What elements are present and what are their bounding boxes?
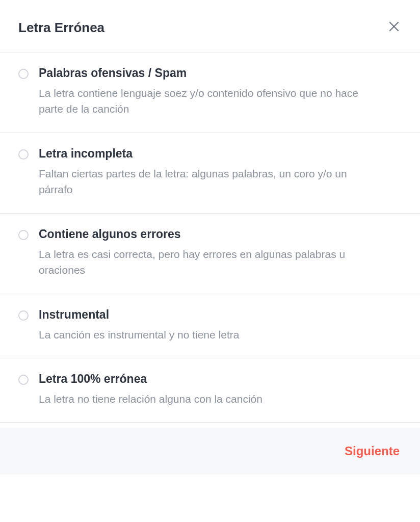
option-title: Letra incompleta: [39, 146, 402, 162]
option-content: Palabras ofensivas / Spam La letra conti…: [39, 66, 402, 117]
option-desc: La letra no tiene relación alguna con la…: [39, 391, 375, 407]
option-title: Palabras ofensivas / Spam: [39, 66, 402, 81]
option-offensive-spam[interactable]: Palabras ofensivas / Spam La letra conti…: [0, 53, 420, 133]
option-title: Instrumental: [39, 307, 402, 323]
option-content: Contiene algunos errores La letra es cas…: [39, 227, 402, 278]
option-desc: La letra es casi correcta, pero hay erro…: [39, 246, 375, 278]
option-incomplete[interactable]: Letra incompleta Faltan ciertas partes d…: [0, 133, 420, 214]
option-content: Letra incompleta Faltan ciertas partes d…: [39, 146, 402, 198]
option-title: Contiene algunos errores: [39, 227, 402, 242]
radio-icon: [18, 375, 29, 385]
dialog-title: Letra Errónea: [18, 20, 104, 36]
option-content: Instrumental La canción es instrumental …: [39, 307, 402, 343]
option-instrumental[interactable]: Instrumental La canción es instrumental …: [0, 294, 420, 358]
close-button[interactable]: [386, 18, 402, 37]
option-fully-wrong[interactable]: Letra 100% errónea La letra no tiene rel…: [0, 358, 420, 423]
dialog-footer: Siguiente: [0, 428, 420, 475]
option-some-errors[interactable]: Contiene algunos errores La letra es cas…: [0, 214, 420, 294]
radio-icon: [18, 230, 29, 240]
option-desc: La letra contiene lenguaje soez y/o cont…: [39, 85, 375, 117]
option-content: Letra 100% errónea La letra no tiene rel…: [39, 372, 402, 407]
dialog-header: Letra Errónea: [0, 0, 420, 53]
close-icon: [388, 19, 400, 35]
option-title: Letra 100% errónea: [39, 372, 402, 387]
radio-icon: [18, 310, 29, 321]
radio-icon: [18, 69, 29, 79]
option-desc: Faltan ciertas partes de la letra: algun…: [39, 166, 375, 198]
next-button[interactable]: Siguiente: [345, 444, 400, 458]
option-desc: La canción es instrumental y no tiene le…: [39, 327, 375, 343]
radio-icon: [18, 149, 29, 160]
